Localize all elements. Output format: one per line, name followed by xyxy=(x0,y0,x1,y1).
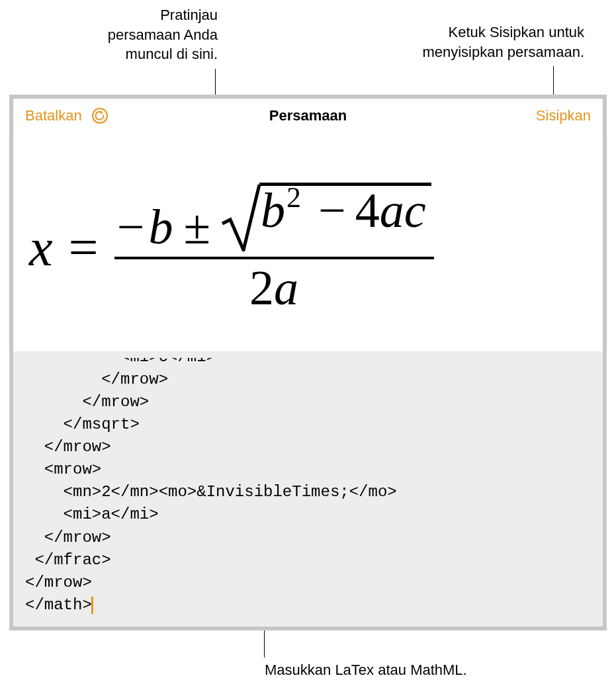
cancel-button[interactable]: Batalkan xyxy=(25,107,82,124)
svg-point-0 xyxy=(93,108,107,123)
op-minus: − xyxy=(117,202,145,251)
code-text: </mrow> </mrow> </msqrt> </mrow> <mrow> … xyxy=(25,368,591,617)
callout-insert-hint: Ketuk Sisipkan untukmenyisipkan persamaa… xyxy=(346,22,584,62)
var-x: x xyxy=(29,218,53,278)
code-line: </mrow> xyxy=(25,438,111,456)
code-line: </mrow> xyxy=(25,529,111,546)
text-cursor xyxy=(91,597,93,614)
radicand: b 2 − 4 a c xyxy=(261,186,426,235)
op-plus-minus: ± xyxy=(183,202,210,251)
callout-insert-hint-text: Ketuk Sisipkan untukmenyisipkan persamaa… xyxy=(422,24,584,60)
code-line: <mi>a</mi> xyxy=(25,505,159,523)
rad-b: b xyxy=(261,186,285,235)
toolbar: Batalkan Persamaan Sisipkan xyxy=(13,99,603,133)
code-line: </mfrac> xyxy=(25,551,111,569)
fraction: − b ± b 2 − xyxy=(114,183,434,312)
code-line: <mrow> xyxy=(25,460,101,478)
callout-preview: Pratinjaupersamaan Andamuncul di sini. xyxy=(6,5,218,64)
op-equals: = xyxy=(69,218,99,278)
code-line: <mn>2</mn><mo>&InvisibleTimes;</mo> xyxy=(25,483,397,501)
panel-frame: Batalkan Persamaan Sisipkan x = xyxy=(9,95,607,630)
denominator: 2a xyxy=(249,259,298,312)
code-line: </msqrt> xyxy=(25,415,140,433)
equation-panel: Batalkan Persamaan Sisipkan x = xyxy=(13,99,603,626)
code-partial-line: <mi>c</mi> xyxy=(25,358,591,368)
sqrt: b 2 − 4 a c xyxy=(221,183,431,251)
code-line: </math> xyxy=(25,596,92,614)
radical-icon xyxy=(221,183,261,251)
var-b: b xyxy=(148,202,173,251)
code-partial-text: <mi>c</mi> xyxy=(25,358,216,368)
equation-math: x = − b ± b xyxy=(29,183,434,312)
radicand-box: b 2 − 4 a c xyxy=(259,183,431,235)
code-line: </mrow> xyxy=(25,393,149,411)
rad-c: c xyxy=(404,186,426,235)
toolbar-left-group: Batalkan xyxy=(25,107,109,124)
rad-exp: 2 xyxy=(286,183,301,212)
numerator: − b ± b 2 − xyxy=(114,183,434,257)
code-input-area[interactable]: <mi>c</mi> </mrow> </mrow> </msqrt> </mr… xyxy=(13,351,603,626)
den-a: a xyxy=(274,261,298,315)
insert-button[interactable]: Sisipkan xyxy=(536,107,591,124)
den-2: 2 xyxy=(249,261,274,315)
rad-4: 4 xyxy=(355,186,380,235)
code-line: </mrow> xyxy=(25,574,92,591)
code-line: </mrow> xyxy=(25,370,168,388)
callout-input-hint: Masukkan LaTex atau MathML. xyxy=(265,660,595,680)
undo-icon[interactable] xyxy=(91,107,109,124)
callout-preview-text: Pratinjaupersamaan Andamuncul di sini. xyxy=(108,7,218,62)
rad-a: a xyxy=(380,186,404,235)
equation-preview: x = − b ± b xyxy=(13,133,603,351)
callout-input-hint-text: Masukkan LaTex atau MathML. xyxy=(265,662,467,678)
rad-minus: − xyxy=(318,186,346,235)
